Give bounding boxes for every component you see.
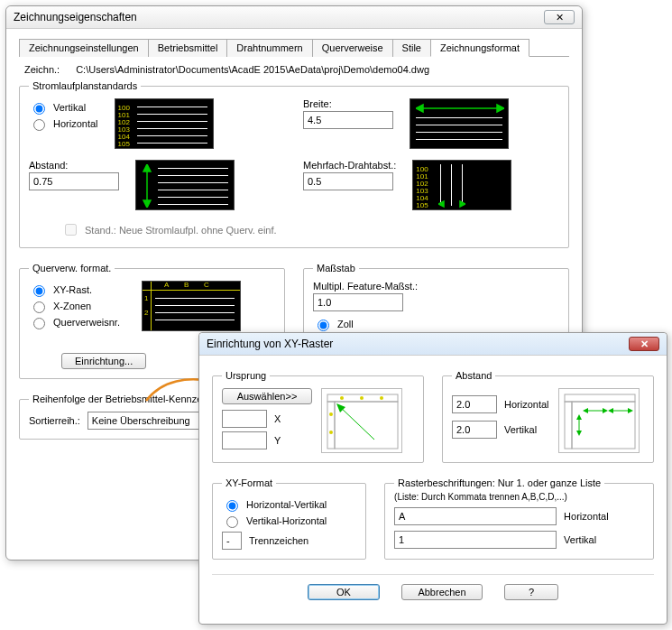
sub-title: Einrichtung von XY-Raster [207, 338, 333, 350]
standards-legend: Stromlaufplanstandards [29, 80, 141, 91]
radio-x-zonen[interactable]: X-Zonen [29, 299, 120, 313]
ursprung-x-input[interactable] [222, 410, 267, 428]
raster-vert-input[interactable] [394, 531, 557, 549]
preview-abstand-icon [135, 160, 235, 210]
svg-marker-5 [497, 105, 504, 112]
ursprung-legend: Ursprung [222, 370, 270, 381]
svg-marker-4 [416, 105, 423, 112]
ok-button[interactable]: OK [308, 584, 380, 600]
zeichn-path: C:\Users\Administrator\Documents\AcadE 2… [76, 64, 429, 75]
radio-querverweisnr[interactable]: Querverweisnr. [29, 315, 120, 329]
svg-marker-30 [576, 431, 582, 436]
close-icon: ✕ [556, 12, 564, 23]
svg-rect-20 [565, 402, 572, 449]
radio-querverweisnr-input[interactable] [33, 318, 45, 329]
radio-vertikal[interactable]: Vertikal [29, 100, 98, 115]
raster-legend: Rasterbeschriftungen: Nur 1. oder ganze … [394, 477, 604, 488]
einrichtung-button[interactable]: Einrichtung... [61, 353, 146, 369]
stand-checkbox[interactable]: Stand.: Neue Stromlaufpl. ohne Querv. ei… [61, 221, 559, 238]
preview-mehrfach-icon: 100 101 102 103 104 105 [412, 160, 511, 210]
fieldset-standards: Stromlaufplanstandards Vertikal Horizont… [19, 80, 569, 248]
zeichn-label: Zeichn.: [24, 64, 60, 75]
preview-breite-icon [410, 98, 509, 149]
dialog-xy-raster: Einrichtung von XY-Raster ✕ Ursprung Aus… [198, 332, 667, 625]
svg-marker-1 [143, 164, 151, 171]
svg-marker-24 [603, 408, 608, 413]
tab-stile[interactable]: Stile [392, 39, 431, 57]
preview-vertical-icon: 100 101 102 103 104 105 [115, 98, 214, 149]
radio-horizontal-vertikal[interactable]: Horizontal-Vertikal [222, 497, 356, 512]
svg-marker-23 [583, 408, 588, 413]
svg-marker-7 [460, 201, 465, 207]
main-title: Zeichnungseigenschaften [14, 11, 137, 23]
abstand-label: Abstand: [29, 160, 119, 171]
tab-zeichnungseinstellungen[interactable]: Zeichnungseinstellungen [19, 39, 149, 57]
tab-querverweise[interactable]: Querverweise [312, 39, 393, 57]
tab-betriebsmittel[interactable]: Betriebsmittel [148, 39, 228, 57]
mehrfach-label: Mehrfach-Drahtabst.: [303, 160, 396, 171]
help-button[interactable]: ? [504, 584, 558, 600]
trenn-label: Trennzeichen [249, 535, 308, 546]
radio-x-zonen-input[interactable] [33, 301, 45, 313]
svg-marker-27 [628, 408, 633, 413]
cancel-button[interactable]: Abbrechen [401, 584, 483, 600]
fieldset-abstand: Abstand Horizontal Vertikal [442, 370, 654, 463]
radio-horizontal[interactable]: Horizontal [29, 116, 98, 131]
svg-point-14 [380, 396, 383, 400]
sub-close-button[interactable]: ✕ [629, 337, 659, 351]
radio-vertikal-horizontal[interactable]: Vertikal-Horizontal [222, 514, 356, 528]
sortier-label: Sortierreih.: [29, 415, 80, 426]
raster-horiz-input[interactable] [394, 507, 557, 525]
radio-xy-rast[interactable]: XY-Rast. [29, 283, 120, 297]
ursprung-x-label: X [274, 413, 281, 424]
ursprung-y-label: Y [274, 435, 281, 446]
raster-sub: (Liste: Durch Kommata trennen A,B,C,D,..… [394, 492, 644, 502]
multipl-input[interactable] [313, 293, 403, 311]
multipl-label: Multipl. Feature-Maßst.: [313, 281, 559, 292]
raster-horiz-label: Horizontal [564, 511, 609, 522]
massstab-legend: Maßstab [313, 263, 359, 273]
abstand-horiz-input[interactable] [452, 395, 497, 413]
mehrfach-input[interactable] [303, 172, 393, 190]
svg-marker-29 [576, 414, 582, 420]
abstand-vert-input[interactable] [452, 421, 497, 439]
close-button[interactable]: ✕ [544, 10, 575, 24]
auswaehlen-button[interactable]: Auswählen>> [222, 388, 312, 404]
svg-point-16 [329, 431, 333, 434]
preview-ursprung-icon [321, 388, 402, 453]
zeichn-path-row: Zeichn.: C:\Users\Administrator\Document… [24, 64, 569, 75]
svg-marker-2 [143, 200, 151, 208]
fieldset-raster: Rasterbeschriftungen: Nur 1. oder ganze … [384, 477, 654, 560]
sub-button-row: OK Abbrechen ? [212, 574, 654, 604]
svg-point-15 [329, 412, 333, 416]
abstand-input[interactable] [29, 172, 119, 190]
trenn-input[interactable] [222, 532, 242, 550]
svg-marker-6 [438, 201, 444, 207]
breite-label: Breite: [303, 98, 393, 109]
breite-input[interactable] [303, 111, 393, 129]
ursprung-y-input[interactable] [222, 431, 267, 449]
sub-body: Ursprung Auswählen>> X Y [199, 356, 667, 616]
sub-titlebar: Einrichtung von XY-Raster ✕ [199, 333, 667, 356]
preview-abstand-icon [558, 388, 640, 453]
svg-line-17 [338, 405, 374, 440]
raster-vert-label: Vertikal [564, 534, 596, 545]
radio-zoll-input[interactable] [318, 320, 329, 331]
abstand-legend: Abstand [452, 370, 495, 381]
svg-point-13 [360, 396, 364, 400]
svg-rect-19 [565, 394, 635, 402]
radio-zoll[interactable]: Zoll [313, 317, 559, 331]
radio-hv-input[interactable] [226, 500, 238, 512]
tab-zeichnungsformat[interactable]: Zeichnungsformat [430, 39, 529, 57]
radio-vh-input[interactable] [226, 516, 238, 528]
querverw-legend: Querverw. format. [29, 263, 115, 273]
tabstrip: Zeichnungseinstellungen Betriebsmittel D… [19, 38, 569, 57]
close-icon: ✕ [640, 338, 649, 350]
fieldset-ursprung: Ursprung Auswählen>> X Y [212, 370, 424, 463]
svg-marker-26 [608, 408, 613, 413]
radio-xy-rast-input[interactable] [33, 285, 45, 297]
tab-drahtnummern[interactable]: Drahtnummern [226, 39, 312, 57]
stand-checkbox-input[interactable] [65, 224, 77, 236]
radio-vertikal-input[interactable] [33, 103, 45, 115]
radio-horizontal-input[interactable] [33, 119, 45, 131]
